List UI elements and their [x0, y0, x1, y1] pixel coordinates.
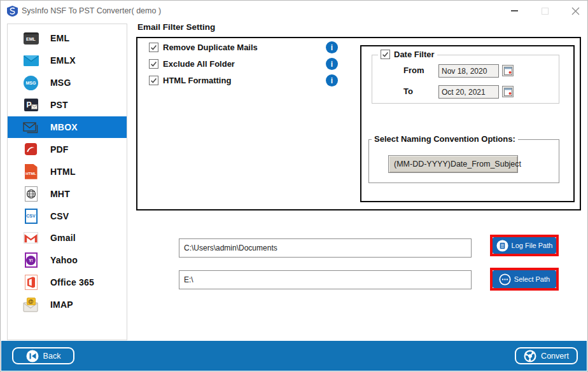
- log-file-path-label: Log File Path: [512, 242, 553, 249]
- convert-button[interactable]: Convert: [515, 347, 578, 364]
- sidebar-item-label: CSV: [50, 211, 69, 221]
- log-file-path-input[interactable]: [179, 238, 472, 258]
- from-date-input[interactable]: [438, 64, 499, 78]
- maximize-button[interactable]: [534, 1, 556, 21]
- info-icon[interactable]: i: [326, 41, 338, 53]
- sidebar-item-mht[interactable]: MHT: [8, 183, 127, 205]
- emlx-envelope-icon: [22, 53, 39, 69]
- remove-duplicate-mails-checkbox[interactable]: [149, 43, 158, 52]
- sidebar-item-emlx[interactable]: EMLX: [8, 50, 127, 72]
- calendar-icon: [504, 67, 512, 75]
- sidebar-item-label: HTML: [50, 167, 76, 177]
- sidebar-item-label: EMLX: [50, 55, 76, 65]
- sidebar-item-pst[interactable]: P PST: [8, 94, 127, 116]
- sidebar-item-msg[interactable]: MSG MSG: [8, 72, 127, 94]
- sidebar-item-label: Office 365: [50, 277, 94, 287]
- filter-label: Exclude All Folder: [163, 59, 235, 69]
- close-button[interactable]: [564, 1, 586, 21]
- exclude-all-folder-checkbox[interactable]: [149, 59, 158, 69]
- info-glyph: i: [331, 43, 333, 52]
- convert-icon: [524, 350, 536, 362]
- mht-globe-icon: [22, 186, 39, 202]
- yahoo-icon: Y!: [22, 252, 39, 268]
- csv-icon-text: CSV: [26, 214, 35, 218]
- csv-file-icon: CSV: [22, 208, 39, 224]
- log-file-path-button[interactable]: Log File Path: [493, 237, 556, 254]
- log-file-icon: [496, 240, 508, 252]
- select-path-highlight-box: Select Path: [490, 268, 559, 291]
- html-file-icon: HTML: [22, 163, 39, 179]
- sidebar-item-label: Gmail: [50, 233, 76, 243]
- yahoo-icon-text: Y!: [29, 258, 33, 263]
- check-icon: [150, 43, 158, 52]
- back-icon: [26, 350, 39, 362]
- filter-label: Remove Duplicate Mails: [163, 43, 258, 52]
- sidebar-item-eml[interactable]: EML EML: [8, 27, 127, 50]
- from-label: From: [403, 65, 424, 75]
- sidebar-item-html[interactable]: HTML HTML: [8, 160, 127, 183]
- sidebar-item-yahoo[interactable]: Y! Yahoo: [8, 249, 127, 272]
- filter-row-html-formatting: HTML Formatting: [149, 76, 231, 85]
- info-glyph: i: [331, 60, 333, 69]
- app-logo-icon: [7, 6, 18, 17]
- naming-convention-dropdown[interactable]: (MM-DD-YYYY)Date_From_Subject: [388, 155, 518, 173]
- date-filter-legend: Date Filter: [378, 50, 437, 59]
- sidebar-item-label: IMAP: [50, 300, 73, 310]
- eml-icon-text: EML: [26, 37, 36, 41]
- sidebar-item-gmail[interactable]: Gmail: [8, 227, 127, 249]
- minimize-button[interactable]: [503, 1, 525, 21]
- pst-outlook-icon: P: [22, 97, 39, 113]
- sidebar-item-pdf[interactable]: PDF: [8, 138, 127, 160]
- filter-row-remove-duplicates: Remove Duplicate Mails: [149, 43, 258, 52]
- sidebar-item-mbox[interactable]: MBOX: [8, 116, 127, 139]
- sidebar-item-label: PST: [50, 100, 68, 110]
- naming-convention-group: Select Naming Convention Options: (MM-DD…: [368, 139, 559, 183]
- eml-file-icon: EML: [22, 31, 39, 46]
- naming-convention-label: Select Naming Convention Options:: [374, 134, 515, 144]
- info-icon[interactable]: i: [326, 58, 338, 70]
- check-icon: [381, 50, 389, 59]
- from-calendar-button[interactable]: [502, 65, 514, 76]
- calendar-icon: [504, 88, 512, 96]
- pdf-file-icon: [22, 141, 39, 157]
- to-date-input[interactable]: [438, 85, 499, 99]
- to-calendar-button[interactable]: [502, 86, 514, 97]
- log-path-highlight-box: Log File Path: [490, 235, 559, 256]
- date-filter-label: Date Filter: [394, 50, 435, 59]
- select-path-button[interactable]: Select Path: [493, 270, 556, 288]
- check-icon: [150, 76, 158, 85]
- back-button[interactable]: Back: [12, 347, 74, 364]
- sidebar-item-label: MHT: [50, 189, 70, 199]
- page-title: Email Filter Setting: [137, 22, 215, 32]
- app-window: SysInfo NSF To PST Converter( demo ) EML…: [0, 0, 588, 372]
- office365-icon: [22, 275, 39, 291]
- info-icon[interactable]: i: [326, 74, 338, 86]
- info-glyph: i: [331, 76, 333, 85]
- back-label: Back: [43, 352, 61, 361]
- sidebar-item-label: MSG: [50, 78, 71, 88]
- html-icon-text: HTML: [25, 172, 36, 176]
- sidebar-item-csv[interactable]: CSV CSV: [8, 205, 127, 227]
- sidebar-item-office365[interactable]: Office 365: [8, 272, 127, 294]
- filter-row-exclude-folder: Exclude All Folder: [149, 59, 235, 69]
- naming-convention-legend: Select Naming Convention Options:: [372, 134, 518, 144]
- ellipsis-circle-icon: [499, 273, 511, 286]
- title-bar: SysInfo NSF To PST Converter( demo ): [1, 1, 587, 21]
- sidebar-item-label: EML: [50, 33, 69, 43]
- minimize-icon: [511, 10, 518, 11]
- sidebar-item-label: MBOX: [50, 122, 78, 132]
- naming-convention-value: (MM-DD-YYYY)Date_From_Subject: [394, 160, 521, 169]
- filter-label: HTML Formatting: [163, 76, 231, 85]
- imap-icon-text: @: [28, 298, 33, 305]
- sidebar-item-label: PDF: [50, 144, 69, 155]
- to-label: To: [403, 86, 413, 96]
- select-path-label: Select Path: [514, 275, 550, 283]
- html-formatting-checkbox[interactable]: [149, 76, 158, 85]
- imap-envelope-icon: @: [22, 297, 39, 313]
- close-icon: [571, 7, 580, 15]
- destination-path-input[interactable]: [179, 270, 472, 289]
- date-filter-checkbox[interactable]: [381, 50, 390, 59]
- sidebar-item-imap[interactable]: @ IMAP: [8, 294, 127, 316]
- msg-circle-icon: MSG: [22, 75, 39, 91]
- footer-bar: Back Convert: [1, 341, 587, 371]
